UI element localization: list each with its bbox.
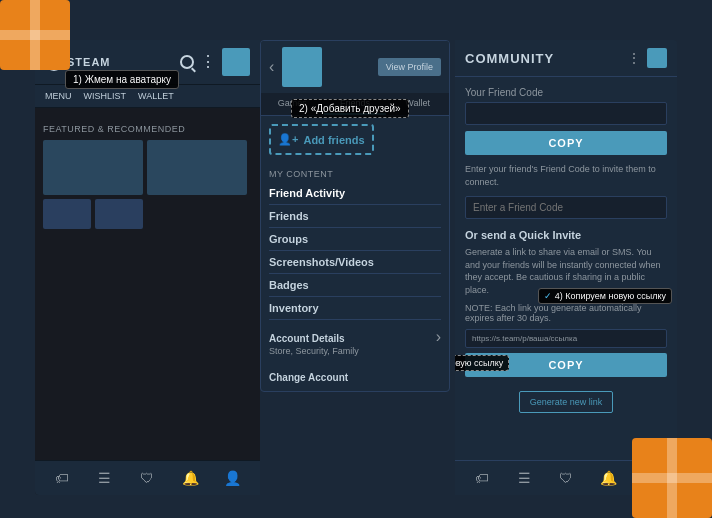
change-account-item[interactable]: Change Account bbox=[261, 364, 449, 391]
list-icon[interactable]: ☰ bbox=[96, 469, 114, 487]
friend-popup: ‹ View Profile 2) «Добавить друзей» Game… bbox=[260, 40, 450, 392]
popup-avatar bbox=[282, 47, 322, 87]
right-tag-icon[interactable]: 🏷 bbox=[473, 469, 491, 487]
community-avatar[interactable] bbox=[647, 48, 667, 68]
enter-friend-code-input[interactable] bbox=[465, 196, 667, 219]
right-shield-icon[interactable]: 🛡 bbox=[557, 469, 575, 487]
account-sub-text: Store, Security, Family bbox=[269, 346, 441, 356]
community-panel: COMMUNITY ⋮ Your Friend Code COPY Enter … bbox=[455, 40, 677, 495]
tag-icon[interactable]: 🏷 bbox=[53, 469, 71, 487]
annotation-step2: 2) «Добавить друзей» bbox=[291, 99, 409, 118]
featured-image-3 bbox=[43, 199, 91, 229]
view-profile-button[interactable]: View Profile bbox=[378, 58, 441, 76]
account-section: Account Details › Store, Security, Famil… bbox=[261, 320, 449, 364]
account-arrow-icon: › bbox=[436, 328, 441, 346]
annotation-step1: 1) Жмем на аватарку bbox=[65, 70, 179, 89]
note-each-link: NOTE: Each link you generate automatical… bbox=[465, 303, 667, 323]
nav-wallet[interactable]: WALLET bbox=[134, 89, 178, 103]
friend-code-input[interactable] bbox=[465, 102, 667, 125]
featured-image-2 bbox=[147, 140, 247, 195]
annotation-step3: 3) Создаем новую ссылку bbox=[455, 355, 509, 371]
right-content: Your Friend Code COPY Enter your friend'… bbox=[455, 77, 677, 423]
bell-icon[interactable]: 🔔 bbox=[181, 469, 199, 487]
community-menu-icon[interactable]: ⋮ bbox=[627, 50, 641, 66]
left-bottom-nav: 🏷 ☰ 🛡 🔔 👤 bbox=[35, 460, 260, 495]
add-friends-icon: 👤+ bbox=[278, 133, 298, 146]
back-arrow-icon[interactable]: ‹ bbox=[269, 58, 274, 76]
community-header: COMMUNITY ⋮ bbox=[455, 40, 677, 77]
content-item-screenshots[interactable]: Screenshots/Videos bbox=[269, 251, 441, 274]
main-container: STEAM ⋮ MENU WISHLIST WALLET 1) Жмем на … bbox=[35, 40, 677, 495]
friend-code-label: Your Friend Code bbox=[465, 87, 667, 98]
link-url-display: https://s.team/p/ваша/ccылка bbox=[465, 329, 667, 348]
menu-dots-icon[interactable]: ⋮ bbox=[200, 54, 216, 70]
featured-image-4 bbox=[95, 199, 143, 229]
annotation-step4: ✓ 4) Копируем новую ссылку bbox=[538, 288, 672, 304]
right-list-icon[interactable]: ☰ bbox=[515, 469, 533, 487]
steam-client-panel: STEAM ⋮ MENU WISHLIST WALLET 1) Жмем на … bbox=[35, 40, 260, 495]
content-item-inventory[interactable]: Inventory bbox=[269, 297, 441, 320]
community-icons: ⋮ bbox=[627, 48, 667, 68]
nav-wishlist[interactable]: WISHLIST bbox=[80, 89, 131, 103]
friend-code-hint: Enter your friend's Friend Code to invit… bbox=[465, 163, 667, 188]
content-list: Friend Activity Friends Groups Screensho… bbox=[261, 182, 449, 320]
add-friends-button[interactable]: 👤+ Add friends bbox=[269, 124, 374, 155]
shield-icon[interactable]: 🛡 bbox=[138, 469, 156, 487]
community-title: COMMUNITY bbox=[465, 51, 554, 66]
my-content-label: MY CONTENT bbox=[261, 163, 449, 182]
content-item-friends[interactable]: Friends bbox=[269, 205, 441, 228]
person-icon[interactable]: 👤 bbox=[224, 469, 242, 487]
content-item-groups[interactable]: Groups bbox=[269, 228, 441, 251]
friend-popup-panel: ‹ View Profile 2) «Добавить друзей» Game… bbox=[260, 40, 455, 495]
search-icon[interactable] bbox=[180, 55, 194, 69]
featured-images bbox=[43, 140, 252, 229]
quick-invite-title: Or send a Quick Invite bbox=[465, 229, 667, 241]
content-item-friend-activity[interactable]: Friend Activity bbox=[269, 182, 441, 205]
nav-menu[interactable]: MENU bbox=[41, 89, 76, 103]
generate-link-button[interactable]: Generate new link bbox=[519, 391, 614, 413]
check-icon: ✓ bbox=[544, 291, 552, 301]
user-avatar[interactable] bbox=[222, 48, 250, 76]
account-details-title: Account Details bbox=[269, 333, 345, 344]
content-item-badges[interactable]: Badges bbox=[269, 274, 441, 297]
steam-logo-text: STEAM bbox=[67, 56, 111, 68]
popup-header: ‹ View Profile bbox=[261, 41, 449, 93]
gift-decoration-top-left bbox=[0, 0, 70, 70]
left-content: FEATURED & RECOMMENDED bbox=[35, 108, 260, 237]
featured-image-1 bbox=[43, 140, 143, 195]
gift-decoration-bottom-right bbox=[632, 438, 712, 518]
right-bell-icon[interactable]: 🔔 bbox=[599, 469, 617, 487]
account-details-row[interactable]: Account Details › Store, Security, Famil… bbox=[269, 328, 441, 356]
featured-label: FEATURED & RECOMMENDED bbox=[43, 124, 252, 134]
copy-friend-code-button[interactable]: COPY bbox=[465, 131, 667, 155]
